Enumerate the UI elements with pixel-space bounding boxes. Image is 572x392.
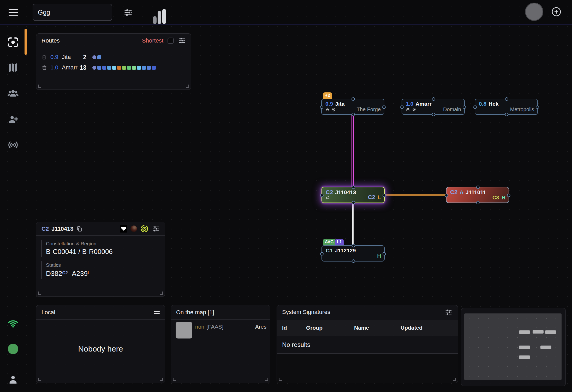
- static-class: C2: [368, 194, 375, 201]
- connection-status: [7, 318, 19, 329]
- signatures-table-header: Id Group Name Updated: [277, 320, 458, 336]
- system-node-j111011[interactable]: C2 A J111011 C3 H: [446, 187, 509, 203]
- route-step-square: [102, 66, 106, 70]
- connection-j110413-j112129[interactable]: [352, 203, 354, 246]
- avg-badge: AVG: [323, 239, 335, 245]
- route-step-square: [107, 66, 111, 70]
- route-row-amarr[interactable]: 1.0 Amarr 13: [36, 62, 191, 73]
- plus-circle-icon: [551, 7, 561, 17]
- route-step-square: [97, 66, 101, 70]
- pin-icon: [412, 108, 416, 112]
- system-name: J110413: [51, 225, 73, 232]
- corp-ticker: [FAAS]: [206, 324, 223, 330]
- maps-tab[interactable]: [7, 62, 19, 73]
- local-empty-text: Nobody here: [36, 345, 165, 353]
- characters-tab[interactable]: [7, 88, 19, 99]
- signatures-title: System Signatures: [282, 309, 330, 316]
- route-row-jita[interactable]: 0.9 Jita 2: [36, 52, 191, 62]
- wormhole-mapper-app: 2 0.9Jita The Forge 1.0Amarr Domain 0.8H…: [0, 0, 572, 392]
- system-node-amarr[interactable]: 1.0Amarr Domain: [402, 99, 465, 115]
- route-step-circle: [92, 55, 96, 59]
- minimap-panel[interactable]: [461, 308, 566, 386]
- routes-title: Routes: [41, 37, 60, 44]
- person-add-icon: [8, 114, 19, 125]
- pilot-row[interactable]: non [FAAS] Ares: [176, 322, 266, 338]
- system-node-jita[interactable]: 0.9Jita The Forge: [321, 99, 384, 115]
- jump-count: 2: [68, 54, 86, 61]
- local-panel: Local Nobody here: [36, 305, 165, 383]
- pilot-name: non: [195, 324, 204, 330]
- minimap-node: [519, 330, 530, 334]
- system-info-panel: C2 J110413 Constellation & Regio: [36, 222, 165, 297]
- wh-class: C1: [326, 247, 333, 254]
- minimap-node: [533, 330, 544, 334]
- info-settings-icon[interactable]: [152, 225, 160, 233]
- region-label: Metropolis: [510, 106, 534, 112]
- minimap-viewport[interactable]: [464, 313, 562, 380]
- shortest-label: Shortest: [142, 37, 163, 44]
- col-group[interactable]: Group: [306, 325, 323, 331]
- connection-j110413-j111011[interactable]: [385, 194, 446, 196]
- system-node-j112129[interactable]: C1J112129 H: [321, 245, 385, 262]
- jita-connections-badge: 2: [323, 92, 332, 99]
- route-path: [92, 55, 101, 59]
- col-updated[interactable]: Updated: [401, 325, 422, 331]
- system-class: C2: [41, 225, 49, 232]
- sort-thumbnail-icon[interactable]: [120, 225, 127, 233]
- security-status: 0.9: [325, 101, 333, 107]
- signatures-settings-icon[interactable]: [445, 308, 452, 316]
- jump-count: 13: [68, 64, 86, 71]
- delete-route-icon[interactable]: [41, 54, 47, 60]
- statistics-button[interactable]: [153, 9, 166, 24]
- menu-button[interactable]: [9, 9, 18, 16]
- on-the-map-panel: On the map [1] non [FAAS] Ares: [171, 305, 270, 383]
- sidebar: [0, 25, 28, 392]
- sliders-icon: [123, 8, 133, 17]
- routes-header: Routes Shortest: [36, 34, 191, 48]
- focus-icon: [7, 37, 19, 48]
- focus-map-tab[interactable]: [7, 37, 19, 48]
- minimap-node: [519, 346, 530, 349]
- connection-jita-j110413[interactable]: [351, 115, 354, 187]
- online-status-dot: [8, 344, 18, 354]
- on-map-title: On the map [1]: [176, 309, 214, 316]
- security-status: 1.0: [406, 101, 413, 107]
- sun-type-icon[interactable]: [130, 225, 137, 232]
- l1-badge: L1: [335, 239, 344, 245]
- system-node-j110413-selected[interactable]: C2J110413 C2 L: [321, 187, 385, 203]
- system-node-hek[interactable]: 0.8Hek Metropolis: [475, 99, 538, 115]
- wifi-icon: [8, 318, 19, 329]
- signatures-empty-row: No results: [277, 336, 458, 354]
- shortest-checkbox[interactable]: [168, 38, 174, 44]
- system-signatures-panel: System Signatures Id Group Name Updated …: [277, 305, 458, 383]
- static-sec: L: [378, 194, 381, 200]
- effect-ring-icon[interactable]: [140, 225, 148, 233]
- person-icon: [7, 374, 19, 385]
- tracking-tab[interactable]: [7, 139, 19, 151]
- minimap-node: [545, 330, 556, 334]
- col-id[interactable]: Id: [282, 325, 287, 331]
- route-step-square: [137, 66, 141, 70]
- route-step-square: [142, 66, 146, 70]
- sidebar-divider: [1, 364, 28, 364]
- static-class: C3: [492, 195, 499, 201]
- add-button[interactable]: [551, 7, 562, 17]
- route-path: [92, 66, 156, 70]
- copy-icon[interactable]: [76, 226, 82, 232]
- lock-icon: [406, 108, 410, 112]
- map-settings-button[interactable]: [123, 7, 134, 18]
- profile-tab[interactable]: [7, 374, 19, 385]
- map-name-input[interactable]: [33, 4, 112, 21]
- col-name[interactable]: Name: [354, 325, 369, 331]
- routes-panel: Routes Shortest 0.9 Jita 2 1.0: [36, 33, 191, 90]
- lightning-icon: [325, 94, 328, 98]
- add-character-tab[interactable]: [7, 114, 19, 125]
- broadcast-icon: [7, 139, 19, 151]
- local-menu-icon[interactable]: [154, 310, 160, 315]
- user-avatar[interactable]: [525, 3, 543, 21]
- delete-route-icon[interactable]: [41, 65, 47, 70]
- minimap-node: [540, 346, 551, 349]
- static-sec: H: [502, 195, 505, 201]
- constellation-region-section: Constellation & Region B-C00041 / B-R000…: [41, 240, 165, 257]
- routes-settings-icon[interactable]: [178, 37, 186, 45]
